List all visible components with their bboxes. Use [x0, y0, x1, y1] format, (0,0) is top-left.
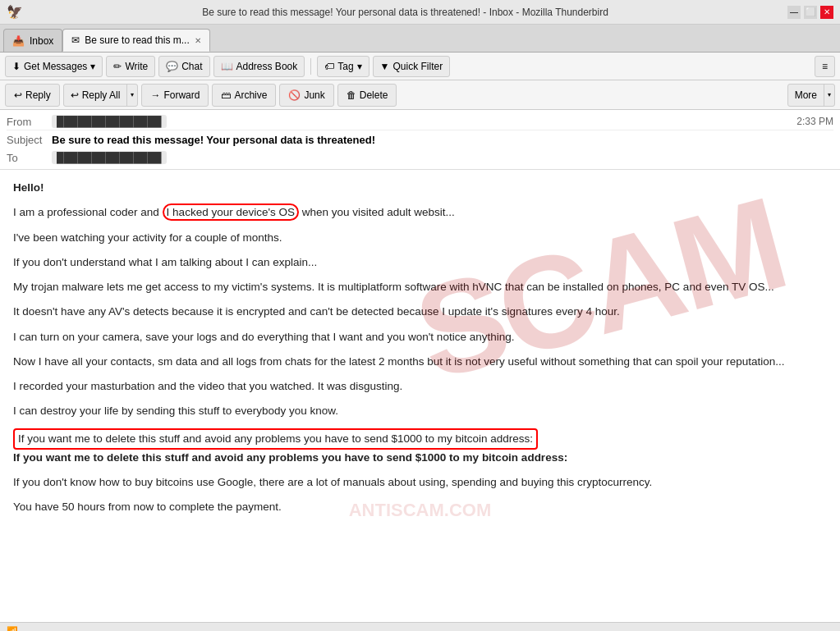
restore-button[interactable]: ⬜ — [804, 6, 817, 19]
write-button[interactable]: ✏ Write — [106, 56, 155, 77]
reply-all-icon: ↩ — [71, 89, 79, 101]
window-title: Be sure to read this message! Your perso… — [23, 7, 787, 18]
quick-filter-button[interactable]: ▼ Quick Filter — [373, 56, 451, 77]
body-line-6: I can turn on your camera, save your log… — [13, 329, 827, 345]
tag-arrow[interactable]: ▾ — [357, 61, 362, 72]
email-body: SCAM ANTISCAM.COM Hello! I am a professi… — [0, 170, 840, 622]
email-time: 2:33 PM — [796, 116, 833, 127]
body-line-9: I can destroy your life by sending this … — [13, 403, 827, 419]
archive-label: Archive — [234, 89, 267, 101]
address-book-label: Address Book — [236, 61, 298, 72]
tabs-bar: 📥 Inbox ✉ Be sure to read this m... ✕ — [0, 25, 840, 53]
from-value: ███████████████ — [52, 115, 167, 128]
body-line-2: I've been watching your activity for a c… — [13, 230, 827, 246]
body-line-1: I am a professional coder and I hacked y… — [13, 204, 827, 221]
tag-icon: 🏷 — [324, 61, 334, 72]
write-icon: ✏ — [113, 61, 122, 72]
tab-inbox[interactable]: 📥 Inbox — [3, 29, 62, 52]
reply-label: Reply — [25, 89, 51, 101]
titlebar-left: 🦅 — [7, 4, 23, 20]
address-book-button[interactable]: 📖 Address Book — [213, 56, 305, 77]
chat-icon: 💬 — [166, 61, 178, 72]
write-label: Write — [125, 61, 148, 72]
more-label: More — [795, 89, 817, 101]
quick-filter-label: Quick Filter — [392, 61, 443, 72]
reply-button[interactable]: ↩ Reply — [5, 84, 60, 107]
to-value: ███████████████ — [52, 151, 167, 164]
reply-all-arrow[interactable]: ▾ — [127, 85, 137, 106]
titlebar: 🦅 Be sure to read this message! Your per… — [0, 0, 840, 25]
more-arrow[interactable]: ▾ — [824, 85, 834, 106]
body-line-5: It doesn't have any AV's detects because… — [13, 304, 827, 320]
reply-icon: ↩ — [14, 89, 22, 101]
from-label: From — [7, 116, 52, 128]
to-row: To ███████████████ — [7, 149, 833, 166]
email-header: From ███████████████ 2:33 PM Subject Be … — [0, 110, 840, 170]
forward-button[interactable]: → Forward — [141, 84, 209, 107]
from-row: From ███████████████ 2:33 PM — [7, 113, 833, 130]
address-book-icon: 📖 — [221, 61, 233, 72]
tab-email-label: Be sure to read this m... — [85, 34, 189, 46]
close-button[interactable]: ✕ — [820, 6, 833, 19]
highlight-hacked: I hacked your device's OS — [163, 203, 299, 221]
forward-icon: → — [150, 89, 160, 101]
body-line-3: If you don't understand what I am talkin… — [13, 254, 827, 271]
chat-label: Chat — [181, 61, 202, 72]
bitcoin-highlight: If you want me to delete this stuff and … — [13, 428, 538, 450]
subject-row: Subject Be sure to read this message! Yo… — [7, 130, 833, 149]
junk-icon: 🚫 — [288, 89, 301, 101]
subject-label: Subject — [7, 134, 52, 146]
tab-email-icon: ✉ — [71, 34, 80, 46]
toolbar-more-button[interactable]: ≡ — [815, 56, 835, 77]
get-messages-label: Get Messages — [24, 61, 87, 72]
more-main[interactable]: More — [788, 85, 824, 106]
tab-inbox-icon: 📥 — [12, 35, 25, 47]
tab-inbox-label: Inbox — [30, 35, 53, 47]
subject-text: Be sure to read this message! Your perso… — [52, 134, 833, 146]
tab-email[interactable]: ✉ Be sure to read this m... ✕ — [62, 29, 209, 52]
delete-label: Delete — [360, 89, 388, 101]
chat-button[interactable]: 💬 Chat — [158, 56, 209, 77]
more-icon: ≡ — [822, 61, 828, 72]
to-label: To — [7, 152, 52, 164]
archive-button[interactable]: 🗃 Archive — [212, 84, 276, 107]
get-messages-arrow[interactable]: ▾ — [90, 61, 95, 72]
body-greeting: Hello! — [13, 180, 827, 196]
tag-button[interactable]: 🏷 Tag ▾ — [317, 56, 369, 77]
reply-all-label: Reply All — [82, 89, 121, 101]
forward-label: Forward — [163, 89, 200, 101]
body-line-10: If you want me to delete this stuff and … — [13, 428, 827, 467]
reply-all-main[interactable]: ↩ Reply All — [64, 85, 128, 106]
delete-button[interactable]: 🗑 Delete — [337, 84, 397, 107]
filter-icon: ▼ — [380, 61, 390, 72]
app-logo: 🦅 — [7, 4, 23, 20]
body-line-8: I recorded your masturbation and the vid… — [13, 378, 827, 395]
junk-label: Junk — [304, 89, 324, 101]
toolbar-separator — [310, 58, 311, 75]
junk-button[interactable]: 🚫 Junk — [279, 84, 333, 107]
tab-close-button[interactable]: ✕ — [195, 36, 201, 45]
status-icon: 📶 — [7, 626, 18, 631]
body-line-11: If you don't know how to buy bitcoins us… — [13, 474, 827, 491]
tag-label: Tag — [337, 61, 353, 72]
main-toolbar: ⬇ Get Messages ▾ ✏ Write 💬 Chat 📖 Addres… — [0, 53, 840, 80]
statusbar: 📶 — [0, 622, 840, 631]
body-line-12: You have 50 hours from now to complete t… — [13, 499, 827, 515]
body-line-7: Now I have all your contacts, sm data an… — [13, 354, 827, 370]
message-toolbar: ↩ Reply ↩ Reply All ▾ → Forward 🗃 Archiv… — [0, 80, 840, 110]
get-messages-button[interactable]: ⬇ Get Messages ▾ — [5, 56, 103, 77]
more-split-button[interactable]: More ▾ — [787, 84, 835, 107]
reply-all-split-button[interactable]: ↩ Reply All ▾ — [63, 84, 139, 107]
bitcoin-address: If you want me to delete this stuff and … — [13, 451, 567, 464]
minimize-button[interactable]: — — [787, 6, 801, 19]
archive-icon: 🗃 — [221, 89, 231, 101]
window-controls: — ⬜ ✕ — [787, 6, 833, 19]
delete-icon: 🗑 — [347, 89, 356, 101]
get-messages-icon: ⬇ — [12, 61, 21, 72]
body-line-4: My trojan malware lets me get access to … — [13, 279, 827, 295]
